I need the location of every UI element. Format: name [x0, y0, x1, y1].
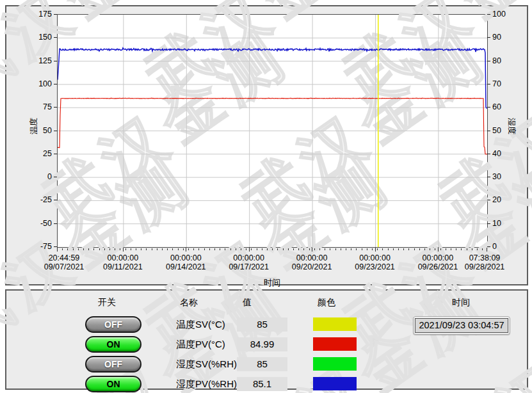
x-minor-tick	[198, 248, 199, 250]
y-right-tick-mark	[487, 37, 490, 38]
x-minor-tick	[115, 248, 115, 250]
y-right-tick-label: 50	[492, 127, 524, 134]
x-minor-tick	[167, 248, 168, 250]
x-minor-tick	[293, 248, 294, 250]
y-right-tick-mark	[487, 131, 490, 131]
x-minor-tick	[419, 248, 420, 250]
x-tick-label: 00:00:0009/11/2021	[94, 253, 152, 271]
x-minor-tick	[398, 248, 399, 250]
y-left-tick-mark	[54, 200, 57, 200]
x-minor-tick	[467, 248, 467, 250]
header-switch: 开关	[81, 297, 133, 309]
x-minor-tick	[472, 248, 472, 250]
x-minor-tick	[277, 248, 278, 250]
x-minor-tick	[288, 248, 289, 250]
header-color: 颜色	[301, 297, 352, 309]
y-right-tick-mark	[487, 200, 490, 200]
x-major-tick	[57, 248, 58, 252]
x-major-tick	[375, 248, 376, 252]
color-swatch-humid-pv[interactable]	[313, 377, 357, 390]
x-minor-tick	[73, 248, 74, 250]
x-minor-tick	[146, 248, 147, 250]
switch-humid-pv[interactable]: ON	[85, 376, 141, 392]
x-minor-tick	[319, 248, 320, 250]
x-minor-tick	[477, 248, 478, 250]
value-humid-sv: 85	[237, 357, 287, 371]
x-minor-tick	[435, 248, 435, 250]
x-major-tick	[249, 248, 250, 252]
x-minor-tick	[314, 248, 315, 250]
x-minor-tick	[330, 248, 330, 250]
x-minor-tick	[367, 248, 367, 250]
x-minor-tick	[251, 248, 252, 250]
chart-panel: 温度 湿度 1751501251007550250-25-50-75 10090…	[5, 5, 528, 285]
x-minor-tick	[356, 248, 357, 250]
x-tick-time: 20:44:59	[35, 253, 93, 262]
x-tick-label: 00:00:0009/23/2021	[346, 253, 404, 271]
switch-humid-sv[interactable]: OFF	[85, 356, 141, 373]
x-minor-tick	[230, 248, 231, 250]
x-tick-time: 00:00:00	[283, 253, 341, 262]
x-major-tick	[123, 248, 124, 252]
x-minor-tick	[172, 248, 173, 250]
x-minor-tick	[351, 248, 351, 250]
x-minor-tick	[236, 248, 236, 250]
x-minor-tick	[451, 248, 451, 250]
x-major-tick	[312, 248, 312, 252]
y-left-tick-mark	[54, 14, 57, 15]
trend-chart[interactable]	[58, 15, 487, 247]
x-tick-label: 00:00:0009/20/2021	[283, 253, 341, 271]
x-minor-tick	[214, 248, 215, 250]
x-minor-tick	[204, 248, 205, 250]
x-minor-tick	[414, 248, 415, 250]
x-tick-date: 09/11/2021	[94, 262, 152, 271]
x-minor-tick	[408, 248, 409, 250]
x-minor-tick	[131, 248, 131, 250]
x-minor-tick	[257, 248, 257, 250]
x-tick-date: 09/07/2021	[35, 262, 93, 271]
x-minor-tick	[440, 248, 441, 250]
y-right-tick-label: 30	[492, 173, 524, 180]
y-right-tick-mark	[487, 107, 490, 108]
y-left-tick-label: -75	[20, 243, 52, 250]
x-minor-tick	[67, 248, 68, 250]
color-swatch-temp-sv[interactable]	[313, 317, 357, 331]
x-minor-tick	[362, 248, 362, 250]
x-minor-tick	[62, 248, 63, 250]
y-right-tick-mark	[487, 84, 490, 84]
x-major-tick	[438, 248, 439, 252]
y-right-tick-label: 100	[492, 10, 524, 18]
x-minor-tick	[120, 248, 120, 250]
x-axis-label: 时间	[253, 277, 291, 289]
color-swatch-humid-sv[interactable]	[313, 357, 357, 371]
x-major-tick	[186, 248, 186, 252]
y-right-tick-mark	[487, 177, 490, 177]
y-right-tick-label: 90	[492, 33, 524, 41]
y-right-tick-mark	[487, 14, 490, 15]
x-minor-tick	[430, 248, 430, 250]
x-minor-tick	[346, 248, 346, 250]
x-minor-tick	[283, 248, 284, 250]
header-value: 值	[228, 297, 266, 309]
value-humid-pv: 85.1	[237, 377, 287, 391]
control-panel: 开关 名称 值 颜色 时间 OFF 温度SV(°C) 85 ON 温度PV(°C…	[5, 289, 528, 390]
x-minor-tick	[241, 248, 241, 250]
cursor-time-display: 2021/09/23 03:04:57	[413, 316, 510, 335]
switch-temp-pv[interactable]: ON	[85, 336, 141, 353]
x-tick-time: 00:00:00	[346, 253, 404, 262]
x-minor-tick	[456, 248, 456, 250]
switch-temp-sv[interactable]: OFF	[85, 316, 141, 333]
value-temp-pv: 84.99	[237, 337, 287, 351]
y-right-tick-mark	[487, 154, 490, 154]
color-swatch-temp-pv[interactable]	[313, 337, 357, 351]
x-tick-time: 00:00:00	[220, 253, 278, 262]
y-right-tick-label: 40	[492, 150, 524, 157]
header-name: 名称	[163, 297, 214, 309]
x-minor-tick	[157, 248, 157, 250]
x-minor-tick	[183, 248, 184, 250]
y-right-tick-mark	[487, 223, 490, 224]
y-right-tick-mark	[487, 246, 490, 247]
x-minor-tick	[482, 248, 483, 250]
x-minor-tick	[78, 248, 79, 250]
plot-area[interactable]	[57, 14, 488, 248]
